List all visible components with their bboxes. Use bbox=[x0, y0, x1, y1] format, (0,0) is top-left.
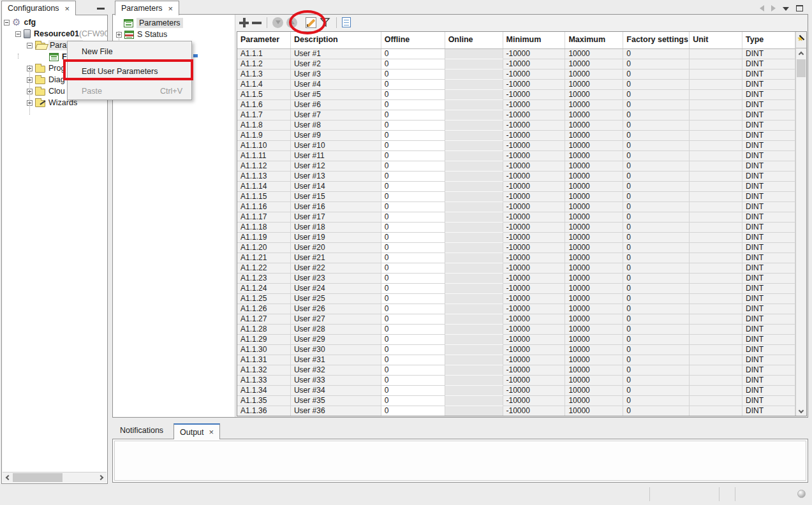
table-row-a1-1-11[interactable]: A1.1.11User #110-10000100000DINT bbox=[237, 151, 795, 161]
cell-offline[interactable]: 0 bbox=[381, 70, 445, 80]
cell-offline[interactable]: 0 bbox=[381, 325, 445, 335]
cell-offline[interactable]: 0 bbox=[381, 314, 445, 325]
column-chooser-icon[interactable]: ★ bbox=[796, 32, 806, 48]
cell-offline[interactable]: 0 bbox=[381, 49, 445, 59]
collapse-icon[interactable] bbox=[27, 43, 33, 48]
cell-offline[interactable]: 0 bbox=[381, 59, 445, 70]
tree-item-s-status[interactable]: S Status bbox=[113, 29, 235, 40]
cell-offline[interactable]: 0 bbox=[381, 212, 445, 223]
scroll-left-icon[interactable] bbox=[4, 472, 13, 483]
table-row-a1-1-31[interactable]: A1.1.31User #310-10000100000DINT bbox=[237, 355, 795, 365]
table-row-a1-1-10[interactable]: A1.1.10User #100-10000100000DINT bbox=[237, 141, 795, 151]
cell-offline[interactable]: 0 bbox=[381, 182, 445, 192]
cell-offline[interactable]: 0 bbox=[381, 192, 445, 202]
table-row-a1-1-4[interactable]: A1.1.4User #40-10000100000DINT bbox=[237, 80, 795, 90]
scrollbar-thumb[interactable] bbox=[797, 59, 806, 77]
cell-offline[interactable]: 0 bbox=[381, 121, 445, 131]
cell-offline[interactable]: 0 bbox=[381, 141, 445, 151]
cell-offline[interactable]: 0 bbox=[381, 223, 445, 233]
cell-offline[interactable]: 0 bbox=[381, 100, 445, 110]
table-row-a1-1-9[interactable]: A1.1.9User #90-10000100000DINT bbox=[237, 131, 795, 141]
cell-offline[interactable]: 0 bbox=[381, 253, 445, 263]
table-row-a1-1-25[interactable]: A1.1.25User #250-10000100000DINT bbox=[237, 294, 795, 304]
tab-parameters[interactable]: Parameters × bbox=[115, 1, 179, 15]
column-header-online[interactable]: Online bbox=[445, 32, 503, 48]
table-row-a1-1-2[interactable]: A1.1.2User #20-10000100000DINT bbox=[237, 59, 795, 70]
table-row-a1-1-36[interactable]: A1.1.36User #360-10000100000DINT bbox=[237, 406, 795, 416]
table-row-a1-1-12[interactable]: A1.1.12User #120-10000100000DINT bbox=[237, 161, 795, 172]
table-row-a1-1-19[interactable]: A1.1.19User #190-10000100000DINT bbox=[237, 233, 795, 243]
cell-offline[interactable]: 0 bbox=[381, 274, 445, 284]
collapse-icon[interactable] bbox=[4, 20, 10, 26]
cell-offline[interactable]: 0 bbox=[381, 304, 445, 314]
menu-item-new-file[interactable]: New File bbox=[68, 41, 191, 61]
table-row-a1-1-28[interactable]: A1.1.28User #280-10000100000DINT bbox=[237, 325, 795, 335]
cell-offline[interactable]: 0 bbox=[381, 376, 445, 386]
table-row-a1-1-26[interactable]: A1.1.26User #260-10000100000DINT bbox=[237, 304, 795, 314]
column-header-parameter[interactable]: Parameter bbox=[237, 32, 291, 48]
table-row-a1-1-13[interactable]: A1.1.13User #130-10000100000DINT bbox=[237, 172, 795, 182]
cell-offline[interactable]: 0 bbox=[381, 294, 445, 304]
tab-list-icon[interactable] bbox=[783, 7, 789, 11]
table-row-a1-1-18[interactable]: A1.1.18User #180-10000100000DINT bbox=[237, 223, 795, 233]
tree-item-resource01[interactable]: Resource01 (CFW900 bbox=[2, 28, 107, 40]
cell-offline[interactable]: 0 bbox=[381, 243, 445, 253]
table-row-a1-1-17[interactable]: A1.1.17User #170-10000100000DINT bbox=[237, 212, 795, 223]
cell-offline[interactable]: 0 bbox=[381, 396, 445, 406]
column-header-minimum[interactable]: Minimum bbox=[503, 32, 566, 48]
filter-icon[interactable] bbox=[320, 17, 331, 28]
table-row-a1-1-8[interactable]: A1.1.8User #80-10000100000DINT bbox=[237, 121, 795, 131]
maximize-icon[interactable] bbox=[796, 5, 803, 11]
column-header-maximum[interactable]: Maximum bbox=[565, 32, 623, 48]
tree-item-parameters[interactable]: Parameters bbox=[113, 17, 235, 29]
cell-offline[interactable]: 0 bbox=[381, 233, 445, 243]
scroll-down-icon[interactable] bbox=[796, 406, 806, 414]
menu-item-edit-user-parameters[interactable]: Edit User Parameters bbox=[68, 61, 191, 81]
remove-icon[interactable] bbox=[252, 18, 262, 27]
cell-offline[interactable]: 0 bbox=[381, 110, 445, 121]
table-row-a1-1-34[interactable]: A1.1.34User #340-10000100000DINT bbox=[237, 386, 795, 396]
edit-icon[interactable] bbox=[306, 17, 316, 28]
minimize-icon[interactable] bbox=[97, 8, 105, 10]
cell-offline[interactable]: 0 bbox=[381, 80, 445, 90]
close-icon[interactable]: × bbox=[168, 4, 173, 13]
column-header-factory-settings[interactable]: Factory settings bbox=[623, 32, 690, 48]
table-row-a1-1-14[interactable]: A1.1.14User #140-10000100000DINT bbox=[237, 182, 795, 192]
collapse-icon[interactable] bbox=[15, 31, 21, 37]
cell-offline[interactable]: 0 bbox=[381, 90, 445, 100]
cell-offline[interactable]: 0 bbox=[381, 386, 445, 396]
table-row-a1-1-29[interactable]: A1.1.29User #290-10000100000DINT bbox=[237, 335, 795, 345]
close-icon[interactable]: × bbox=[209, 427, 214, 437]
add-icon[interactable] bbox=[239, 18, 249, 27]
table-row-a1-1-21[interactable]: A1.1.21User #210-10000100000DINT bbox=[237, 253, 795, 263]
table-row-a1-1-33[interactable]: A1.1.33User #330-10000100000DINT bbox=[237, 376, 795, 386]
cell-offline[interactable]: 0 bbox=[381, 151, 445, 161]
table-row-a1-1-27[interactable]: A1.1.27User #270-10000100000DINT bbox=[237, 314, 795, 325]
table-row-a1-1-35[interactable]: A1.1.35User #350-10000100000DINT bbox=[237, 396, 795, 406]
tab-output[interactable]: Output × bbox=[173, 423, 220, 439]
scrollbar-thumb[interactable] bbox=[13, 473, 63, 482]
table-row-a1-1-5[interactable]: A1.1.5User #50-10000100000DINT bbox=[237, 90, 795, 100]
cell-offline[interactable]: 0 bbox=[381, 355, 445, 365]
vertical-scrollbar[interactable] bbox=[796, 48, 806, 416]
column-header-offline[interactable]: Offline bbox=[381, 32, 445, 48]
cell-offline[interactable]: 0 bbox=[381, 365, 445, 376]
table-row-a1-1-20[interactable]: A1.1.20User #200-10000100000DINT bbox=[237, 243, 795, 253]
cell-offline[interactable]: 0 bbox=[381, 284, 445, 294]
horizontal-scrollbar[interactable] bbox=[3, 472, 107, 483]
cell-offline[interactable]: 0 bbox=[381, 335, 445, 345]
table-row-a1-1-22[interactable]: A1.1.22User #220-10000100000DINT bbox=[237, 263, 795, 274]
table-row-a1-1-1[interactable]: A1.1.1User #10-10000100000DINT bbox=[237, 49, 795, 59]
table-row-a1-1-7[interactable]: A1.1.7User #70-10000100000DINT bbox=[237, 110, 795, 121]
scroll-right-icon[interactable] bbox=[96, 472, 105, 483]
column-header-type[interactable]: Type bbox=[742, 32, 795, 48]
table-row-a1-1-24[interactable]: A1.1.24User #240-10000100000DINT bbox=[237, 284, 795, 294]
close-icon[interactable]: × bbox=[65, 4, 70, 13]
table-row-a1-1-6[interactable]: A1.1.6User #60-10000100000DINT bbox=[237, 100, 795, 110]
tree-item-cfg[interactable]: ⚙cfg bbox=[2, 17, 107, 28]
cell-offline[interactable]: 0 bbox=[381, 406, 445, 416]
table-row-a1-1-16[interactable]: A1.1.16User #160-10000100000DINT bbox=[237, 202, 795, 212]
table-row-a1-1-15[interactable]: A1.1.15User #150-10000100000DINT bbox=[237, 192, 795, 202]
tab-notifications[interactable]: Notifications bbox=[120, 422, 163, 439]
column-header-unit[interactable]: Unit bbox=[690, 32, 742, 48]
